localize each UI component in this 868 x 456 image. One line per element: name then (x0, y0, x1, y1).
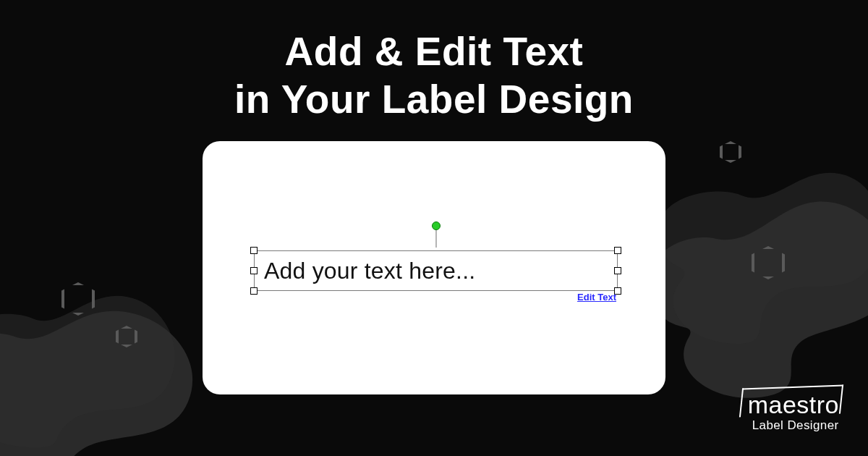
brand-logo: maestro Label Designer (748, 392, 839, 433)
blob-shape (0, 246, 195, 449)
rotation-handle[interactable] (432, 221, 441, 230)
logo-frame (739, 385, 843, 418)
resize-handle-top-left[interactable] (250, 247, 258, 254)
resize-handle-mid-left[interactable] (250, 267, 258, 274)
resize-handle-top-right[interactable] (614, 247, 621, 254)
design-canvas[interactable]: Add your text here... Edit Text (203, 141, 665, 394)
title-line-2: in Your Label Design (234, 77, 634, 122)
title-line-1: Add & Edit Text (285, 29, 584, 74)
page-title: Add & Edit Text in Your Label Design (0, 28, 868, 123)
rotation-stem (435, 229, 436, 248)
text-object-selected[interactable]: Add your text here... Edit Text (257, 253, 615, 288)
resize-handle-mid-right[interactable] (614, 267, 621, 274)
resize-handle-bottom-left[interactable] (250, 287, 258, 295)
edit-text-link[interactable]: Edit Text (577, 292, 616, 303)
brand-subtitle: Label Designer (752, 418, 839, 433)
text-placeholder[interactable]: Add your text here... (257, 253, 615, 288)
